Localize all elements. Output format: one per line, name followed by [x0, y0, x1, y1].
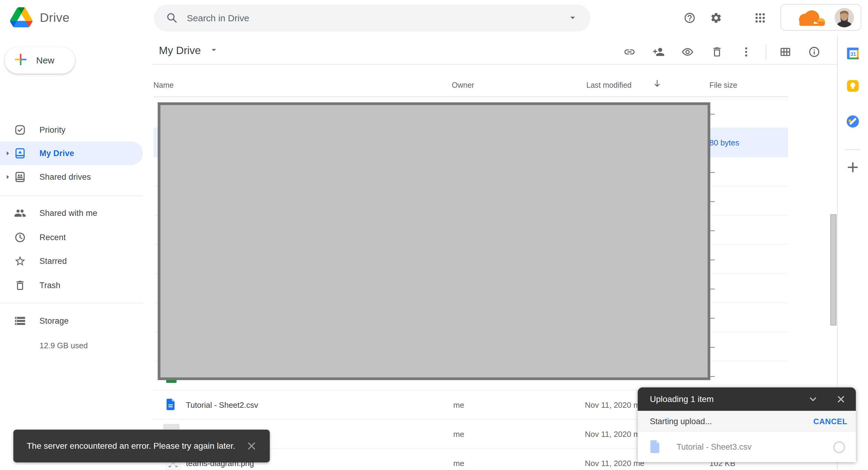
sidebar-item-storage[interactable]: Storage — [0, 309, 143, 333]
column-header-owner[interactable]: Owner — [452, 81, 474, 90]
get-link-icon[interactable] — [623, 46, 636, 58]
sort-descending-arrow-icon[interactable] — [652, 78, 662, 90]
file-size-cell: – — [710, 342, 715, 351]
folder-breadcrumb[interactable]: My Drive — [159, 44, 219, 57]
file-size-cell: – — [710, 109, 715, 118]
search-icon — [165, 11, 178, 25]
google-tasks-icon[interactable] — [846, 114, 860, 128]
file-size-cell: – — [710, 255, 715, 264]
sidebar-item-shared-with-me[interactable]: Shared with me — [0, 201, 143, 225]
search-bar[interactable] — [154, 5, 590, 32]
google-apps-grid-icon[interactable] — [754, 12, 766, 24]
owner-cell: me — [453, 459, 464, 468]
sidebar-item-label: Shared drives — [39, 172, 91, 182]
new-plus-icon — [13, 52, 28, 69]
file-name-cell: Tutorial - Sheet2.csv — [186, 400, 258, 410]
upload-status-row: Starting upload... CANCEL — [638, 411, 856, 432]
csv-file-icon — [166, 399, 175, 411]
cancel-upload-button[interactable]: CANCEL — [813, 417, 847, 426]
account-area — [780, 4, 861, 31]
preview-eye-icon[interactable] — [681, 46, 693, 58]
error-toast-message: The server encountered an error. Please … — [27, 441, 235, 451]
sidebar-item-trash[interactable]: Trash — [0, 274, 143, 297]
redacted-region-overlay — [158, 102, 710, 380]
calendar-date-label: 31 — [850, 51, 857, 57]
upload-status-text: Starting upload... — [650, 417, 712, 426]
sidebar: New Priority My Drive — [0, 36, 143, 470]
trash-icon — [14, 279, 26, 292]
expand-arrow-icon[interactable] — [4, 150, 11, 157]
cloudflare-logo-icon[interactable] — [795, 9, 827, 28]
star-icon — [14, 255, 26, 267]
top-app-bar: Drive — [0, 0, 868, 36]
share-person-add-icon[interactable] — [653, 46, 665, 58]
my-drive-icon — [14, 147, 26, 159]
file-size-cell: – — [710, 225, 715, 235]
drive-triangle-icon — [10, 7, 32, 29]
file-size-cell: 80 bytes — [709, 138, 739, 147]
column-header-file-size[interactable]: File size — [709, 81, 737, 90]
drive-wordmark: Drive — [40, 11, 69, 25]
priority-icon — [14, 124, 26, 136]
people-icon — [14, 207, 26, 219]
grid-view-icon[interactable] — [779, 46, 792, 58]
sidebar-item-shared-drives[interactable]: Shared drives — [0, 165, 143, 189]
google-calendar-icon[interactable]: 31 — [846, 46, 860, 60]
google-keep-icon[interactable] — [846, 79, 860, 93]
expand-arrow-icon[interactable] — [4, 174, 11, 180]
search-options-caret-icon[interactable] — [567, 12, 578, 24]
google-drive-window: Drive — [0, 0, 868, 470]
sidebar-item-recent[interactable]: Recent — [0, 226, 143, 249]
storage-used-text: 12.9 GB used — [39, 341, 88, 350]
sidebar-item-my-drive[interactable]: My Drive — [0, 141, 143, 165]
file-size-cell: – — [710, 167, 715, 176]
side-panel-separator — [845, 149, 860, 150]
search-input[interactable] — [187, 13, 567, 23]
sidebar-item-priority[interactable]: Priority — [0, 118, 143, 142]
info-icon[interactable] — [808, 46, 820, 58]
new-button[interactable]: New — [5, 47, 75, 74]
add-panel-plus-icon[interactable] — [846, 160, 860, 174]
hidden-file-icon-sliver — [163, 424, 180, 429]
help-icon[interactable] — [684, 12, 696, 24]
sheet-file-icon-sliver — [166, 380, 177, 383]
upload-panel-header: Uploading 1 item — [638, 388, 856, 411]
column-header-last-modified[interactable]: Last modified — [586, 81, 632, 90]
sidebar-item-label: Starred — [39, 257, 67, 266]
sidebar-item-label: Storage — [39, 316, 69, 326]
sidebar-item-starred[interactable]: Starred — [0, 249, 143, 273]
upload-panel-title: Uploading 1 item — [650, 394, 714, 404]
sidebar-item-label: Trash — [39, 281, 60, 290]
column-header-name[interactable]: Name — [153, 81, 174, 90]
file-size-cell: – — [710, 313, 715, 322]
storage-icon — [14, 315, 26, 327]
new-button-label: New — [36, 55, 54, 66]
sidebar-item-label: Priority — [39, 125, 66, 135]
account-avatar[interactable] — [835, 8, 854, 27]
owner-cell: me — [453, 429, 464, 439]
error-toast: The server encountered an error. Please … — [13, 430, 270, 462]
vertical-scrollbar-thumb[interactable] — [830, 214, 836, 326]
minimize-chevron-icon[interactable] — [808, 394, 818, 404]
folder-menu-caret-icon — [209, 45, 219, 56]
more-actions-icon[interactable] — [740, 46, 752, 58]
last-modified-cell: Nov 11, 2020 me — [585, 400, 644, 410]
file-size-cell: – — [710, 371, 715, 380]
upload-progress-panel: Uploading 1 item Starting upload... CANC… — [638, 388, 856, 462]
uploading-file-row[interactable]: Tutorial - Sheet3.csv — [638, 432, 856, 462]
close-upload-panel-icon[interactable] — [836, 394, 846, 404]
file-size-cell: – — [710, 283, 715, 293]
sidebar-divider — [0, 196, 143, 196]
uploading-file-icon — [650, 440, 660, 454]
last-modified-cell: Nov 11, 2020 me — [585, 459, 644, 468]
clock-icon — [14, 231, 26, 243]
settings-gear-icon[interactable] — [710, 12, 722, 24]
dismiss-toast-icon[interactable] — [246, 440, 258, 452]
sidebar-item-label: My Drive — [39, 149, 74, 158]
header-divider — [152, 64, 837, 65]
last-modified-cell: Nov 11, 2020 me — [585, 429, 644, 439]
table-header-border — [153, 97, 788, 97]
delete-icon[interactable] — [711, 46, 723, 58]
shared-drives-icon — [14, 171, 26, 183]
drive-logo[interactable]: Drive — [10, 0, 69, 36]
